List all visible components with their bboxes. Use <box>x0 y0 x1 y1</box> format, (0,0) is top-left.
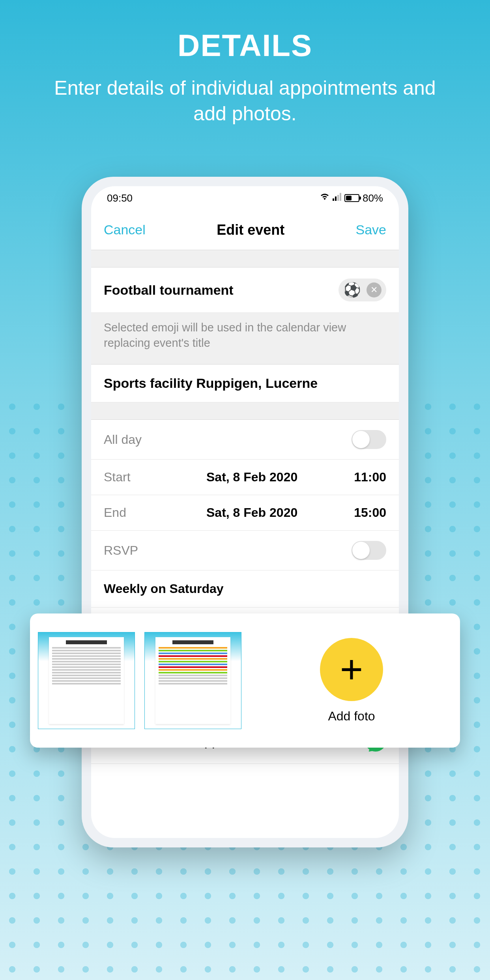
wifi-icon <box>320 193 329 203</box>
status-right: 80% <box>320 192 383 204</box>
start-row[interactable]: Start Sat, 8 Feb 2020 11:00 <box>91 460 399 495</box>
nav-bar: Cancel Edit event Save <box>91 210 399 250</box>
photo-thumbnail-1[interactable] <box>38 632 135 729</box>
photo-attachments-bar: + Add foto <box>30 613 460 748</box>
all-day-row: All day <box>91 420 399 460</box>
event-title-input[interactable]: Football tournament <box>104 282 234 298</box>
save-button[interactable]: Save <box>355 222 386 238</box>
promo-header: DETAILS Enter details of individual appo… <box>0 0 490 127</box>
rsvp-toggle[interactable] <box>352 541 386 560</box>
add-photo-label: Add foto <box>328 709 375 724</box>
start-label: Start <box>104 470 206 484</box>
rsvp-row: RSVP <box>91 531 399 570</box>
recurrence-row[interactable]: Weekly on Saturday <box>91 570 399 608</box>
recurrence-text[interactable]: Weekly on Saturday <box>104 582 224 596</box>
start-time[interactable]: 11:00 <box>339 470 386 484</box>
add-photo-button[interactable]: + Add foto <box>251 638 452 724</box>
section-spacer <box>91 250 399 267</box>
location-row[interactable]: Sports facility Ruppigen, Lucerne <box>91 365 399 402</box>
all-day-toggle[interactable] <box>352 430 386 449</box>
photo-thumbnail-2[interactable] <box>144 632 241 729</box>
soccer-ball-icon[interactable]: ⚽ <box>343 282 361 298</box>
battery-percent: 80% <box>363 192 383 204</box>
status-bar: 09:50 80% <box>91 186 399 210</box>
svg-rect-0 <box>333 198 334 201</box>
promo-subtitle: Enter details of individual appointments… <box>0 75 490 127</box>
plus-icon: + <box>320 638 383 701</box>
svg-rect-2 <box>337 195 339 201</box>
section-spacer <box>91 402 399 420</box>
signal-icon <box>333 193 341 203</box>
clear-emoji-button[interactable]: ✕ <box>367 282 382 297</box>
event-title-row[interactable]: Football tournament ⚽ ✕ <box>91 267 399 313</box>
svg-rect-3 <box>340 193 341 201</box>
emoji-hint: Selected emoji will be used in the calen… <box>91 313 399 365</box>
battery-icon <box>344 194 359 202</box>
end-date[interactable]: Sat, 8 Feb 2020 <box>206 505 339 520</box>
svg-rect-1 <box>335 196 337 201</box>
nav-title: Edit event <box>217 222 284 238</box>
end-label: End <box>104 505 206 520</box>
start-date[interactable]: Sat, 8 Feb 2020 <box>206 470 339 484</box>
status-time: 09:50 <box>107 192 133 204</box>
rsvp-label: RSVP <box>104 543 138 558</box>
location-input[interactable]: Sports facility Ruppigen, Lucerne <box>104 376 318 391</box>
end-time[interactable]: 15:00 <box>339 505 386 520</box>
promo-title: DETAILS <box>0 28 490 64</box>
emoji-selector[interactable]: ⚽ ✕ <box>339 279 386 301</box>
all-day-label: All day <box>104 432 142 447</box>
content-fill <box>91 764 399 838</box>
end-row[interactable]: End Sat, 8 Feb 2020 15:00 <box>91 495 399 531</box>
cancel-button[interactable]: Cancel <box>104 222 146 238</box>
